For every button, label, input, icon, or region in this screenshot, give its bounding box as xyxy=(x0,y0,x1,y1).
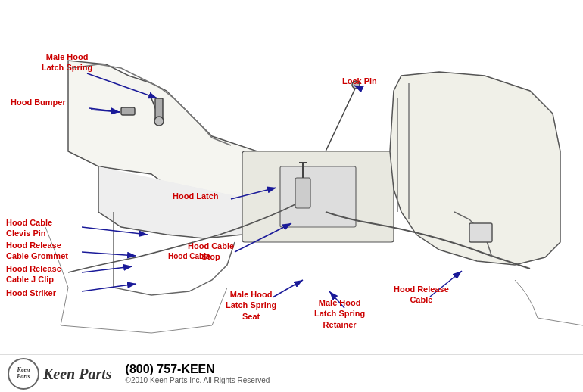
label-male-hood-latch-spring-retainer[interactable]: Male Hood Latch Spring Retainer xyxy=(314,297,365,330)
label-male-hood-latch-spring-seat[interactable]: Male Hood Latch Spring Seat xyxy=(226,289,276,322)
footer-copyright: ©2010 Keen Parts Inc. All Rights Reserve… xyxy=(126,376,270,384)
label-hood-cable[interactable]: Hood Cable xyxy=(168,251,210,261)
label-hood-bumper[interactable]: Hood Bumper xyxy=(11,97,66,107)
brand-name: Keen Parts xyxy=(43,364,112,384)
label-lock-pin[interactable]: Lock Pin xyxy=(342,76,377,86)
diagram-container: Male Hood Latch Spring Hood Bumper Lock … xyxy=(0,0,583,392)
label-male-hood-latch-spring[interactable]: Male Hood Latch Spring xyxy=(42,51,92,73)
svg-rect-13 xyxy=(121,107,135,115)
label-hood-cable-clevis-pin[interactable]: Hood Cable Clevis Pin xyxy=(6,217,52,239)
svg-rect-9 xyxy=(469,223,492,242)
footer-phone: (800) 757-KEEN xyxy=(126,362,270,376)
footer: KeenParts Keen Parts (800) 757-KEEN ©201… xyxy=(0,354,583,392)
label-hood-release-cable[interactable]: Hood Release Cable xyxy=(394,284,449,306)
brand-logo: KeenParts Keen Parts xyxy=(8,358,112,390)
label-hood-release-cable-j-clip[interactable]: Hood Release Cable J Clip xyxy=(6,263,61,285)
label-hood-latch[interactable]: Hood Latch xyxy=(173,191,219,201)
label-hood-striker[interactable]: Hood Striker xyxy=(6,288,56,298)
label-hood-release-cable-grommet[interactable]: Hood Release Cable Grommet xyxy=(6,240,68,262)
svg-rect-4 xyxy=(295,178,310,208)
svg-point-12 xyxy=(154,117,164,126)
